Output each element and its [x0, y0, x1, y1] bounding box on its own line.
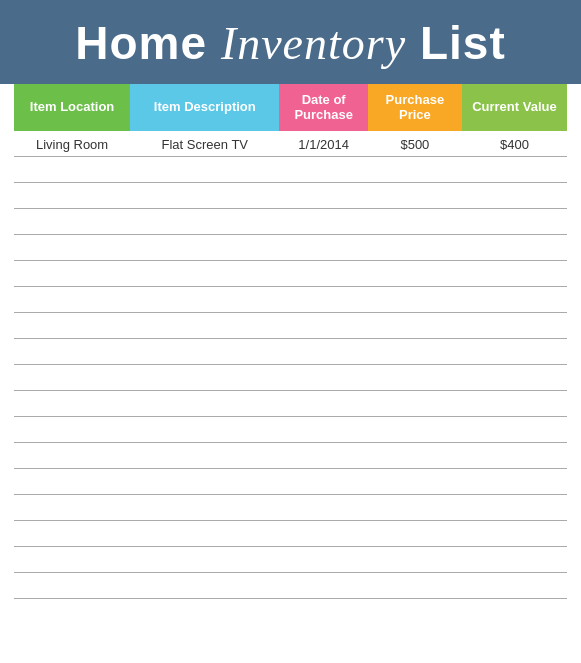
cell-date: [279, 547, 367, 573]
cell-location: [14, 495, 130, 521]
cell-description: [130, 495, 279, 521]
table-row: [14, 573, 567, 599]
cell-location: [14, 313, 130, 339]
table-row: [14, 183, 567, 209]
cell-date: [279, 391, 367, 417]
cell-description: [130, 339, 279, 365]
cell-current_value: [462, 391, 567, 417]
cell-description: [130, 573, 279, 599]
table-row: [14, 365, 567, 391]
cell-purchase_price: [368, 443, 462, 469]
title-word3: List: [420, 17, 506, 69]
cell-current_value: [462, 183, 567, 209]
cell-date: [279, 365, 367, 391]
cell-location: [14, 443, 130, 469]
cell-location: [14, 235, 130, 261]
cell-current_value: [462, 521, 567, 547]
cell-description: [130, 209, 279, 235]
cell-current_value: [462, 287, 567, 313]
cell-date: [279, 261, 367, 287]
cell-date: [279, 443, 367, 469]
cell-date: [279, 313, 367, 339]
cell-description: [130, 547, 279, 573]
cell-date: [279, 209, 367, 235]
cell-description: [130, 235, 279, 261]
cell-purchase_price: [368, 261, 462, 287]
cell-description: Flat Screen TV: [130, 131, 279, 157]
cell-purchase_price: [368, 573, 462, 599]
table-row: [14, 391, 567, 417]
table-row: [14, 521, 567, 547]
page-container: Home Inventory List Item Location Item D…: [0, 0, 581, 663]
cell-date: [279, 157, 367, 183]
cell-purchase_price: [368, 313, 462, 339]
cell-date: 1/1/2014: [279, 131, 367, 157]
table-row: [14, 339, 567, 365]
cell-location: [14, 209, 130, 235]
cell-purchase_price: [368, 339, 462, 365]
cell-date: [279, 469, 367, 495]
page-title: Home Inventory List: [20, 18, 561, 70]
cell-purchase_price: [368, 365, 462, 391]
cell-location: [14, 339, 130, 365]
cell-current_value: $400: [462, 131, 567, 157]
cell-description: [130, 287, 279, 313]
cell-purchase_price: [368, 287, 462, 313]
cell-purchase_price: [368, 547, 462, 573]
cell-description: [130, 157, 279, 183]
cell-current_value: [462, 209, 567, 235]
cell-description: [130, 417, 279, 443]
cell-location: [14, 261, 130, 287]
cell-location: Living Room: [14, 131, 130, 157]
cell-location: [14, 521, 130, 547]
cell-location: [14, 391, 130, 417]
cell-current_value: [462, 157, 567, 183]
cell-current_value: [462, 365, 567, 391]
cell-current_value: [462, 313, 567, 339]
col-header-price: Purchase Price: [368, 84, 462, 131]
cell-purchase_price: [368, 469, 462, 495]
table-header-row: Item Location Item Description Date of P…: [14, 84, 567, 131]
cell-description: [130, 261, 279, 287]
cell-description: [130, 365, 279, 391]
cell-date: [279, 287, 367, 313]
cell-location: [14, 183, 130, 209]
table-row: Living RoomFlat Screen TV1/1/2014$500$40…: [14, 131, 567, 157]
cell-purchase_price: [368, 157, 462, 183]
cell-current_value: [462, 547, 567, 573]
cell-current_value: [462, 469, 567, 495]
table-row: [14, 495, 567, 521]
table-row: [14, 261, 567, 287]
cell-purchase_price: $500: [368, 131, 462, 157]
cell-current_value: [462, 339, 567, 365]
cell-date: [279, 339, 367, 365]
cell-purchase_price: [368, 209, 462, 235]
cell-date: [279, 573, 367, 599]
table-row: [14, 547, 567, 573]
table-row: [14, 417, 567, 443]
cell-date: [279, 495, 367, 521]
table-row: [14, 469, 567, 495]
cell-date: [279, 235, 367, 261]
cell-location: [14, 287, 130, 313]
cell-purchase_price: [368, 417, 462, 443]
cell-description: [130, 183, 279, 209]
cell-description: [130, 391, 279, 417]
cell-date: [279, 521, 367, 547]
cell-description: [130, 469, 279, 495]
page-header: Home Inventory List: [0, 0, 581, 84]
title-word1: Home: [75, 17, 207, 69]
cell-purchase_price: [368, 495, 462, 521]
cell-current_value: [462, 443, 567, 469]
cell-purchase_price: [368, 391, 462, 417]
table-row: [14, 209, 567, 235]
cell-current_value: [462, 261, 567, 287]
cell-date: [279, 417, 367, 443]
title-word2: Inventory: [221, 18, 406, 69]
cell-date: [279, 183, 367, 209]
cell-current_value: [462, 235, 567, 261]
inventory-table: Item Location Item Description Date of P…: [14, 84, 567, 600]
table-row: [14, 287, 567, 313]
cell-current_value: [462, 417, 567, 443]
table-row: [14, 157, 567, 183]
